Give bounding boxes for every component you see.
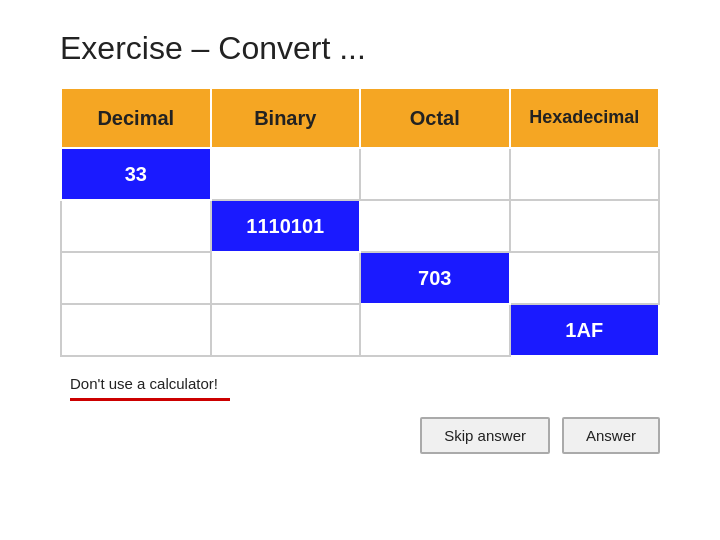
header-hexadecimal: Hexadecimal bbox=[510, 88, 660, 148]
buttons-row: Skip answer Answer bbox=[70, 417, 660, 454]
cell-r4-octal bbox=[360, 304, 510, 356]
table-row: 1AF bbox=[61, 304, 659, 356]
skip-answer-button[interactable]: Skip answer bbox=[420, 417, 550, 454]
cell-r2-octal bbox=[360, 200, 510, 252]
cell-r1-octal bbox=[360, 148, 510, 200]
cell-r3-hex bbox=[510, 252, 660, 304]
table-row: 1110101 bbox=[61, 200, 659, 252]
cell-r1-binary bbox=[211, 148, 361, 200]
page-title: Exercise – Convert ... bbox=[60, 30, 366, 67]
cell-r3-binary bbox=[211, 252, 361, 304]
footer-area: Don't use a calculator! Skip answer Answ… bbox=[60, 375, 660, 454]
note-underline bbox=[70, 398, 230, 401]
cell-r3-octal: 703 bbox=[360, 252, 510, 304]
cell-r4-binary bbox=[211, 304, 361, 356]
note-text: Don't use a calculator! bbox=[70, 375, 218, 392]
cell-r1-decimal: 33 bbox=[61, 148, 211, 200]
cell-r4-hex: 1AF bbox=[510, 304, 660, 356]
table-row: 33 bbox=[61, 148, 659, 200]
header-binary: Binary bbox=[211, 88, 361, 148]
table-row: 703 bbox=[61, 252, 659, 304]
header-decimal: Decimal bbox=[61, 88, 211, 148]
conversion-table: Decimal Binary Octal Hexadecimal 33 11 bbox=[60, 87, 660, 357]
cell-r4-decimal bbox=[61, 304, 211, 356]
cell-r2-binary: 1110101 bbox=[211, 200, 361, 252]
cell-r1-hex bbox=[510, 148, 660, 200]
answer-button[interactable]: Answer bbox=[562, 417, 660, 454]
cell-r3-decimal bbox=[61, 252, 211, 304]
cell-r2-hex bbox=[510, 200, 660, 252]
header-octal: Octal bbox=[360, 88, 510, 148]
cell-r2-decimal bbox=[61, 200, 211, 252]
